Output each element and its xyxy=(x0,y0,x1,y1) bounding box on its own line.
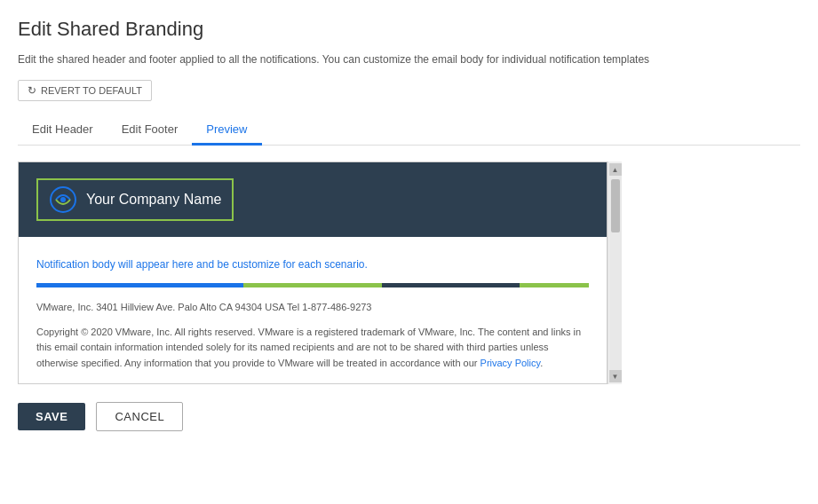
color-bar-blue xyxy=(36,283,243,287)
preview-frame: Your Company Name Notification body will… xyxy=(18,161,608,384)
scrollbar-up-button[interactable]: ▲ xyxy=(609,163,622,176)
color-bar xyxy=(36,283,589,287)
preview-content: Your Company Name Notification body will… xyxy=(18,161,608,384)
preview-wrapper: Your Company Name Notification body will… xyxy=(18,161,622,384)
page-container: Edit Shared Branding Edit the shared hea… xyxy=(0,0,818,504)
color-bar-green xyxy=(243,283,382,287)
tab-preview[interactable]: Preview xyxy=(192,115,261,146)
tab-edit-header[interactable]: Edit Header xyxy=(18,115,107,146)
revert-icon: ↺ xyxy=(28,84,36,97)
page-description: Edit the shared header and footer applie… xyxy=(18,51,800,67)
preview-body: Notification body will appear here and b… xyxy=(19,237,607,383)
footer-copyright: Copyright © 2020 VMware, Inc. All rights… xyxy=(36,325,589,372)
company-box: Your Company Name xyxy=(36,178,234,221)
svg-point-1 xyxy=(60,197,66,202)
revert-to-default-button[interactable]: ↺ REVERT TO DEFAULT xyxy=(18,80,152,101)
tab-edit-footer-label: Edit Footer xyxy=(122,122,179,136)
company-name-label: Your Company Name xyxy=(86,192,221,208)
revert-label: REVERT TO DEFAULT xyxy=(41,85,142,96)
save-button[interactable]: SAVE xyxy=(18,403,85,430)
preview-header: Your Company Name xyxy=(19,162,607,237)
page-title: Edit Shared Branding xyxy=(18,18,800,41)
scrollbar-track xyxy=(609,176,622,370)
bottom-buttons: SAVE CANCEL xyxy=(18,402,800,431)
color-bar-dark xyxy=(382,283,520,287)
company-logo xyxy=(49,185,77,214)
cancel-button[interactable]: CANCEL xyxy=(96,402,183,431)
tab-edit-footer[interactable]: Edit Footer xyxy=(107,115,193,146)
tab-edit-header-label: Edit Header xyxy=(32,122,93,136)
scrollbar: ▲ ▼ xyxy=(608,161,622,384)
tab-preview-label: Preview xyxy=(206,122,247,136)
footer-address: VMware, Inc. 3401 Hillview Ave. Palo Alt… xyxy=(36,300,589,316)
privacy-policy-link[interactable]: Privacy Policy xyxy=(480,358,541,368)
scrollbar-down-button[interactable]: ▼ xyxy=(609,370,622,382)
scrollbar-thumb[interactable] xyxy=(611,179,620,232)
color-bar-green2 xyxy=(520,283,589,287)
tabs-bar: Edit Header Edit Footer Preview xyxy=(18,115,800,146)
notification-body-text: Notification body will appear here and b… xyxy=(36,258,589,271)
